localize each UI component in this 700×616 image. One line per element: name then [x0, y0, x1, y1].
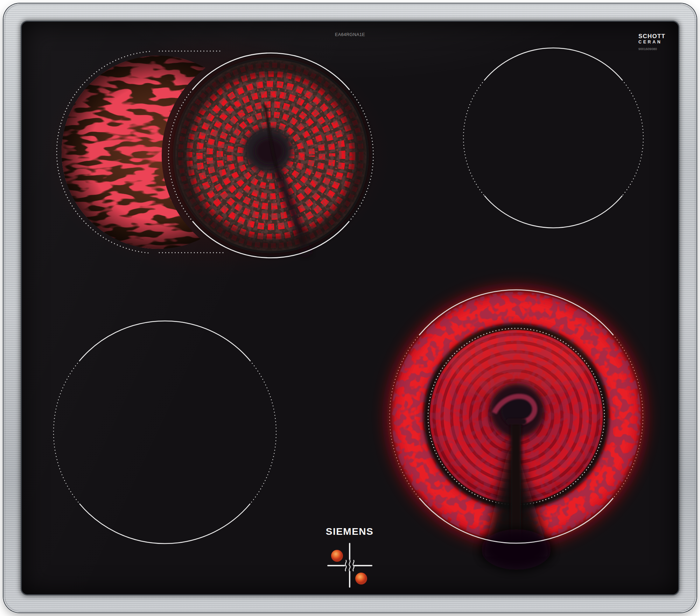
schott-ceran-logo: SCHOTT CERAN 9001609080 — [638, 33, 665, 51]
brand-logo: SIEMENS — [326, 526, 374, 537]
ceramic-glass-surface — [22, 22, 678, 594]
model-label: EA64RGNA1E — [335, 32, 365, 37]
glass-maker-name: SCHOTT — [638, 33, 665, 39]
glass-serial-number: 9001609080 — [638, 48, 665, 51]
glass-line-name: CERAN — [638, 40, 665, 44]
cooktop-product-photo: EA64RGNA1E SCHOTT CERAN 9001609080 SIEME… — [0, 0, 700, 616]
